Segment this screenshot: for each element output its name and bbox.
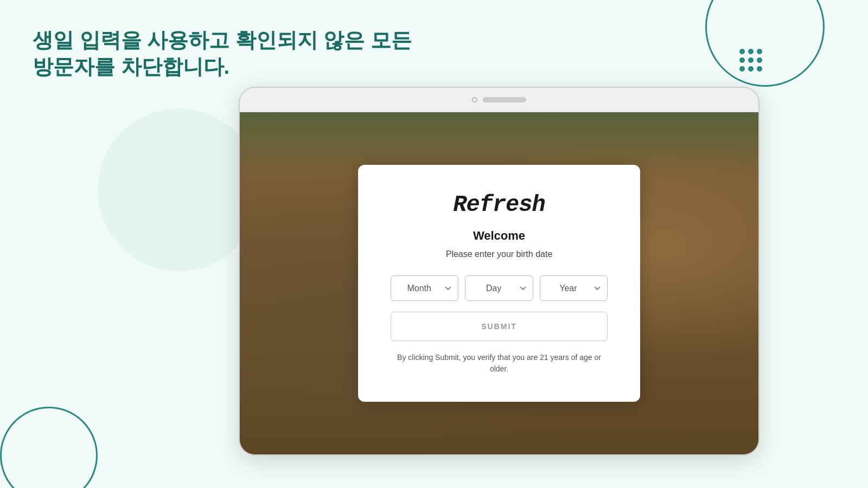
date-selectors: Month January February March April May J… bbox=[391, 275, 608, 301]
tablet-screen: Refresh Welcome Please enter your birth … bbox=[240, 112, 758, 454]
brand-logo: Refresh bbox=[391, 192, 608, 218]
disclaimer-text: By clicking Submit, you verify that you … bbox=[391, 352, 608, 375]
tablet-frame: Refresh Welcome Please enter your birth … bbox=[239, 87, 760, 455]
decorative-circle-top-right bbox=[705, 0, 825, 87]
modal-subtitle: Please enter your birth date bbox=[391, 249, 608, 259]
korean-heading: 생일 입력을 사용하고 확인되지 않은 모든 방문자를 차단합니다. bbox=[33, 27, 412, 81]
tablet-top-bar bbox=[240, 88, 758, 112]
modal-title: Welcome bbox=[391, 229, 608, 243]
submit-button[interactable]: SUBMIT bbox=[391, 312, 608, 341]
day-select[interactable]: Day for (let d = 1; d <= 31; d++) { docu… bbox=[465, 275, 533, 301]
month-select[interactable]: Month January February March April May J… bbox=[391, 275, 458, 301]
tablet-camera bbox=[472, 97, 477, 102]
year-select[interactable]: Year for (let y = 2024; y >= 1900; y--) … bbox=[540, 275, 608, 301]
age-verification-modal: Refresh Welcome Please enter your birth … bbox=[358, 165, 640, 402]
tablet-speaker bbox=[483, 97, 526, 102]
dot-grid-decoration bbox=[739, 49, 762, 72]
decorative-circle-mid-left bbox=[98, 108, 260, 271]
decorative-circle-bottom-left bbox=[0, 407, 98, 488]
